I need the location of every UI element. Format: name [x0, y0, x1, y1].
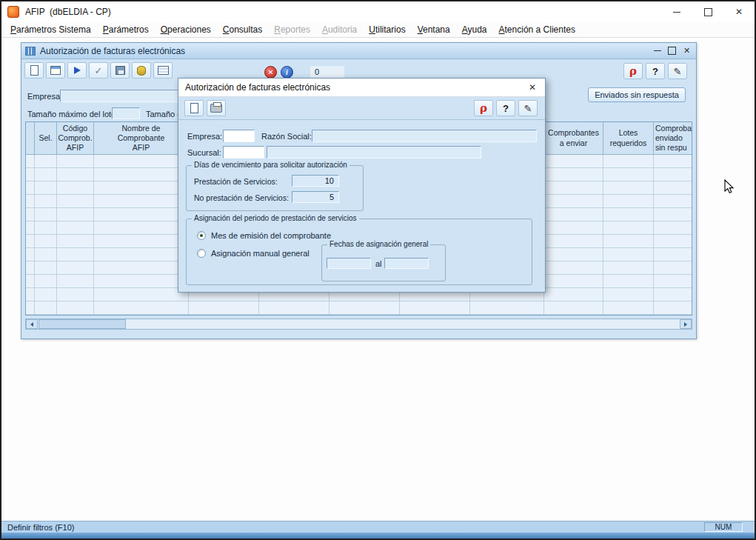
- confirm-button[interactable]: [89, 62, 108, 79]
- no-prestacion-servicios-field[interactable]: [292, 191, 339, 203]
- grid-column-header[interactable]: Lotes requeridos: [603, 122, 654, 155]
- grid-cell: [544, 235, 603, 248]
- grid-cell: [57, 288, 94, 301]
- menu-item-auditoria[interactable]: Auditoria: [316, 22, 363, 37]
- grid-cell: [544, 221, 603, 235]
- properties-button[interactable]: [46, 62, 65, 79]
- dialog-sucursal-field[interactable]: [223, 146, 264, 159]
- grid-cell: [400, 301, 470, 315]
- dialog-razon-social-field[interactable]: [312, 130, 537, 142]
- menu-item-utilitarios[interactable]: Utilitarios: [363, 22, 411, 37]
- grid-column-header[interactable]: Código Comprob. AFIP: [57, 122, 94, 155]
- group-asignacion-legend: Asignación del periodo de prestación de …: [192, 214, 359, 222]
- grid-cell: [35, 181, 57, 195]
- scroll-left-button[interactable]: [26, 319, 38, 329]
- dialog-print-button[interactable]: [207, 100, 226, 116]
- child-maximize-button[interactable]: [666, 45, 678, 56]
- grid-cell: [57, 168, 94, 181]
- dialog-toolbar: [178, 97, 545, 120]
- info-circle-icon[interactable]: [281, 66, 293, 79]
- fecha-desde-field[interactable]: [327, 258, 371, 269]
- grid-cell: [603, 155, 654, 168]
- scroll-right-button[interactable]: [680, 319, 692, 329]
- counter-field[interactable]: [310, 66, 344, 79]
- maximize-button[interactable]: [692, 1, 723, 22]
- grid-cell: [26, 168, 35, 181]
- grid-cell: [35, 275, 57, 288]
- grid-column-header[interactable]: Comproba enviado sin respu: [654, 122, 692, 155]
- radio-asignacion-manual[interactable]: [197, 249, 206, 258]
- lote-maximo-field[interactable]: [112, 107, 140, 119]
- grid-column-header[interactable]: Comprobantes a enviar: [544, 122, 603, 155]
- grid-cell: [26, 221, 35, 235]
- grid-cell: [35, 155, 57, 168]
- child-minimize-button[interactable]: [651, 45, 663, 56]
- num-lock-indicator: NUM: [704, 522, 743, 532]
- grid-column-header[interactable]: Nombre de Comprobante AFIP: [94, 122, 189, 155]
- help-icon: [503, 101, 509, 115]
- mouse-cursor: [724, 179, 735, 195]
- new-document-button[interactable]: [24, 62, 44, 79]
- grid-column-header[interactable]: Sel.: [35, 122, 57, 155]
- menu-item-ayuda[interactable]: Ayuda: [456, 22, 493, 37]
- support-button[interactable]: [623, 63, 643, 79]
- grid-row[interactable]: [26, 301, 692, 315]
- dialog-new-button[interactable]: [184, 100, 204, 116]
- grid-cell: [259, 301, 330, 315]
- dialog-toolbar-right: [474, 100, 538, 116]
- application-window: AFIP (dbELDIA - CP) Parámetros SistemaPa…: [0, 0, 756, 540]
- title-bar[interactable]: AFIP (dbELDIA - CP): [1, 1, 755, 22]
- menu-item-reportes[interactable]: Reportes: [268, 22, 316, 37]
- grid-cell: [654, 155, 692, 168]
- database-button[interactable]: [132, 62, 151, 79]
- menu-item-parametros[interactable]: Parámetros: [97, 22, 155, 37]
- grid-cell: [26, 208, 35, 221]
- dialog-support-button[interactable]: [474, 100, 493, 116]
- grid-column-header[interactable]: [26, 122, 35, 155]
- grid-cell: [35, 208, 57, 221]
- dialog-sucursal-label: Sucursal:: [187, 148, 221, 157]
- menu-item-operaciones[interactable]: Operaciones: [155, 22, 217, 37]
- sign-button[interactable]: [668, 63, 687, 79]
- close-button[interactable]: [723, 1, 755, 22]
- grid-cell: [603, 301, 654, 315]
- dialog-empresa-field[interactable]: [223, 130, 255, 142]
- export-grid-button[interactable]: [153, 62, 173, 79]
- scrollbar-thumb[interactable]: [39, 319, 126, 329]
- help-button[interactable]: [646, 63, 665, 79]
- left-arrow-icon: [30, 322, 33, 327]
- dialog-sucursal-name-field[interactable]: [267, 146, 481, 159]
- menu-item-consultas[interactable]: Consultas: [217, 22, 268, 37]
- menu-item-atencion-a-clientes[interactable]: Atención a Clientes: [493, 22, 581, 37]
- run-button[interactable]: [67, 62, 87, 79]
- dialog-help-button[interactable]: [496, 100, 515, 116]
- support-phone-icon: [480, 101, 487, 115]
- grid-cell: [654, 221, 692, 235]
- menu-item-parametros-sistema[interactable]: Parámetros Sistema: [4, 22, 97, 37]
- dialog-close-button[interactable]: [520, 79, 545, 96]
- enviados-sin-respuesta-button[interactable]: Enviados sin respuesta: [588, 87, 686, 102]
- grid-cell: [470, 301, 544, 315]
- prestacion-servicios-label: Prestación de Servicios:: [194, 177, 278, 186]
- grid-cell: [654, 248, 692, 261]
- radio-mes-emision[interactable]: [197, 231, 206, 240]
- horizontal-scrollbar[interactable]: [25, 319, 692, 330]
- grid-cell: [603, 195, 654, 208]
- dialog-title-bar[interactable]: Autorización de facturas electrónicas: [178, 79, 545, 97]
- child-title-bar[interactable]: Autorización de facturas electrónicas: [21, 43, 696, 59]
- save-button[interactable]: [110, 62, 130, 79]
- grid-cell: [26, 248, 35, 261]
- menu-item-ventana[interactable]: Ventana: [412, 22, 456, 37]
- radio-mes-emision-label[interactable]: Mes de emisión del comprobante: [211, 231, 331, 240]
- grid-cell: [654, 288, 692, 301]
- fecha-hasta-field[interactable]: [384, 258, 429, 269]
- prestacion-servicios-field[interactable]: [292, 175, 339, 187]
- radio-asignacion-manual-label[interactable]: Asignación manual general: [211, 249, 310, 258]
- minimize-button[interactable]: [661, 1, 692, 22]
- new-document-icon: [30, 65, 39, 76]
- cancel-circle-icon[interactable]: [264, 66, 277, 79]
- child-close-button[interactable]: [680, 45, 693, 56]
- window-controls: [661, 1, 755, 22]
- grid-cell: [654, 235, 692, 248]
- dialog-sign-button[interactable]: [518, 100, 538, 116]
